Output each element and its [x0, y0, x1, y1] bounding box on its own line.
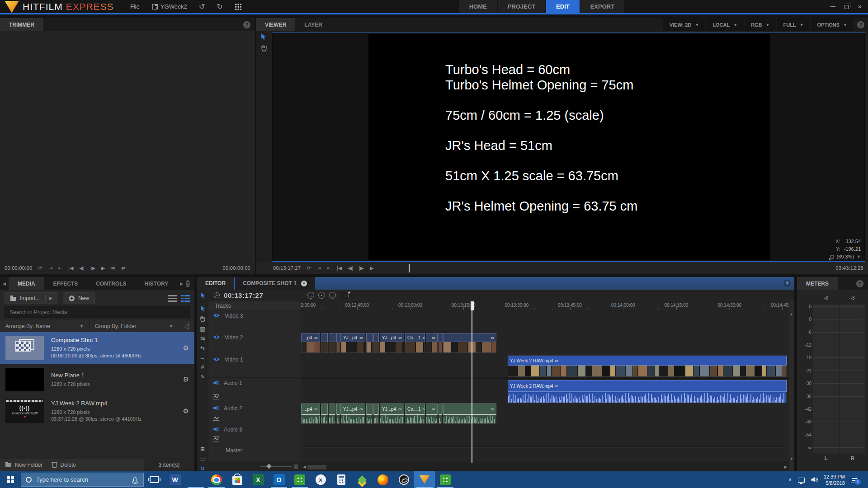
detail-view-icon[interactable]	[181, 295, 190, 302]
volume-icon[interactable]	[811, 477, 818, 483]
gear-icon[interactable]: ⚙	[183, 375, 189, 384]
track-label-master[interactable]: Master	[208, 445, 301, 463]
tab-layer[interactable]: LAYER	[295, 18, 331, 31]
timeline-clip[interactable]	[329, 404, 335, 424]
tab-viewer[interactable]: VIEWER	[256, 18, 295, 31]
scroll-left-icon[interactable]: ◀	[301, 465, 307, 469]
tab-media[interactable]: MEDIA	[9, 277, 44, 290]
timeline-clip[interactable]	[336, 404, 340, 424]
hand-tool-icon[interactable]	[200, 316, 205, 322]
timeline-clip[interactable]: YJ...p4∞	[380, 333, 404, 353]
loop-icon[interactable]: ⟳	[38, 266, 42, 271]
scroll-down-icon[interactable]: ▼	[790, 457, 793, 461]
next-frame-icon[interactable]: |▶	[90, 266, 95, 271]
tab-scroll-left-icon[interactable]: ◀	[0, 277, 9, 290]
taskbar-app-bluestacks[interactable]	[352, 471, 373, 488]
taskbar-app-word[interactable]: W	[165, 471, 185, 488]
taskbar-app-chrome[interactable]	[206, 471, 227, 488]
track-label-video-3[interactable]: Video 3	[208, 310, 301, 332]
lane-master[interactable]	[301, 445, 789, 463]
redo-button[interactable]: ↻	[217, 2, 222, 11]
taskbar-app-hitfilm[interactable]	[414, 471, 435, 488]
group-by-dropdown[interactable]: Group By: Folder▼	[90, 320, 179, 332]
start-button[interactable]	[0, 471, 21, 488]
lane-audio-3[interactable]	[301, 424, 789, 445]
media-item[interactable]: New Plane 11280 x 720 pixels⚙	[0, 364, 194, 395]
go-to-start-icon[interactable]: |◀	[337, 266, 342, 271]
restore-button[interactable]	[844, 5, 849, 9]
hand-tool-icon[interactable]	[261, 45, 267, 52]
scroll-handle[interactable]	[307, 465, 326, 469]
workspace-grid-icon[interactable]	[235, 3, 241, 10]
current-frame-button[interactable]: •	[318, 292, 325, 299]
taskbar-app-calculator[interactable]	[331, 471, 352, 488]
trim-in-icon[interactable]: ⇋	[111, 266, 115, 271]
tab-history[interactable]: HISTORY	[136, 277, 178, 290]
trimmer-help-icon[interactable]: ?	[243, 21, 250, 28]
timeline-clip[interactable]: ∞	[443, 333, 496, 353]
media-item[interactable]: ((•))XSplit|BroadcasterYJ Week 2 RAW.mp4…	[0, 395, 194, 427]
tab-meters[interactable]: METERS	[797, 277, 838, 290]
timeline-zoom-slider[interactable]	[260, 466, 292, 467]
select-tool-icon[interactable]	[200, 292, 205, 299]
timeline-clip[interactable]	[321, 333, 328, 353]
timeline-clip[interactable]	[336, 333, 340, 353]
next-frame-icon[interactable]: |▶	[359, 266, 364, 271]
nav-tab-edit[interactable]: EDIT	[546, 0, 580, 13]
viewer-help-icon[interactable]: ?	[857, 21, 864, 28]
timeline-clip[interactable]: ...p4∞	[301, 333, 320, 353]
next-edit-button[interactable]: →	[329, 292, 336, 299]
play-icon[interactable]: ▶	[101, 266, 105, 271]
viewer-option-options[interactable]: OPTIONS▼	[811, 18, 854, 31]
playhead-handle[interactable]	[471, 301, 474, 310]
timeline-clip[interactable]	[366, 333, 373, 353]
new-button[interactable]: + New	[63, 292, 95, 304]
set-out-point-icon[interactable]: ⇥	[317, 266, 321, 271]
project-save[interactable]: YGWeek2	[152, 3, 187, 10]
automation-icon[interactable]	[213, 416, 219, 422]
timeline-clip[interactable]	[329, 333, 335, 353]
lane-video-2[interactable]: ...p4∞YJ...p4∞YJ...p4∞Co... 1∞∞∞	[301, 332, 789, 354]
speaker-icon[interactable]	[213, 427, 219, 433]
scroll-up-icon[interactable]: ▲	[790, 312, 793, 316]
scroll-right-icon[interactable]: ▶	[783, 465, 789, 469]
export-frame-icon[interactable]: ⊟	[200, 456, 205, 461]
previous-frame-icon[interactable]: ◀|	[79, 266, 84, 271]
play-icon[interactable]: ▶	[370, 266, 373, 271]
media-help-icon[interactable]: ?	[186, 280, 190, 287]
search-input[interactable]: Search in Project Media	[5, 306, 190, 318]
gear-icon[interactable]: ⚙	[183, 344, 189, 352]
slide-tool-icon[interactable]: ↔	[200, 355, 205, 360]
close-icon[interactable]: ✕	[301, 281, 307, 286]
speaker-icon[interactable]	[213, 405, 219, 412]
nav-tab-home[interactable]: HOME	[459, 0, 497, 13]
action-center-icon[interactable]: 1	[851, 477, 858, 483]
taskbar-search-input[interactable]: Type here to search	[21, 473, 144, 487]
media-item[interactable]: Composite Shot 11280 x 720 pixels00:00:1…	[0, 332, 194, 364]
envelope-tool-icon[interactable]: ∿	[200, 374, 205, 379]
arrange-by-dropdown[interactable]: Arrange By: Name▼	[0, 320, 90, 332]
tab-controls[interactable]: CONTROLS	[87, 277, 135, 290]
timeline-clip[interactable]	[373, 404, 379, 424]
lane-video-3[interactable]	[301, 310, 789, 332]
import-button[interactable]: Import... ▶	[5, 292, 58, 304]
eye-icon[interactable]	[213, 357, 220, 363]
speaker-icon[interactable]	[213, 380, 219, 387]
tab-composite-shot-1[interactable]: COMPOSITE SHOT 1✕	[235, 277, 315, 290]
network-icon[interactable]	[798, 478, 805, 483]
taskbar-app-outlook[interactable]: O	[269, 471, 289, 488]
pre-render-icon[interactable]: ü	[201, 465, 204, 471]
timeline-clip[interactable]: ∞	[426, 404, 438, 424]
timeline-ruler[interactable]: 00:12:30:0000:12:45:0000:13:00:0000:13:1…	[301, 301, 789, 310]
automation-icon[interactable]	[213, 394, 219, 401]
timeline-clip[interactable]: Co... 1∞	[405, 333, 425, 353]
timeline-clip[interactable]: YJ Week 2 RAW.mp4∞	[508, 380, 787, 403]
track-label-audio-3[interactable]: Audio 3	[208, 424, 301, 445]
timeline-clip[interactable]	[439, 404, 442, 424]
timeline-clip[interactable]: ∞	[426, 333, 438, 353]
timeline-clip[interactable]	[321, 404, 328, 424]
track-label-video-2[interactable]: Video 2	[208, 332, 301, 354]
editor-help-icon[interactable]: ?	[783, 280, 791, 287]
taskbar-clock[interactable]: 12:39 PM 5/8/2018	[824, 474, 845, 486]
timeline-clip[interactable]	[373, 333, 379, 353]
